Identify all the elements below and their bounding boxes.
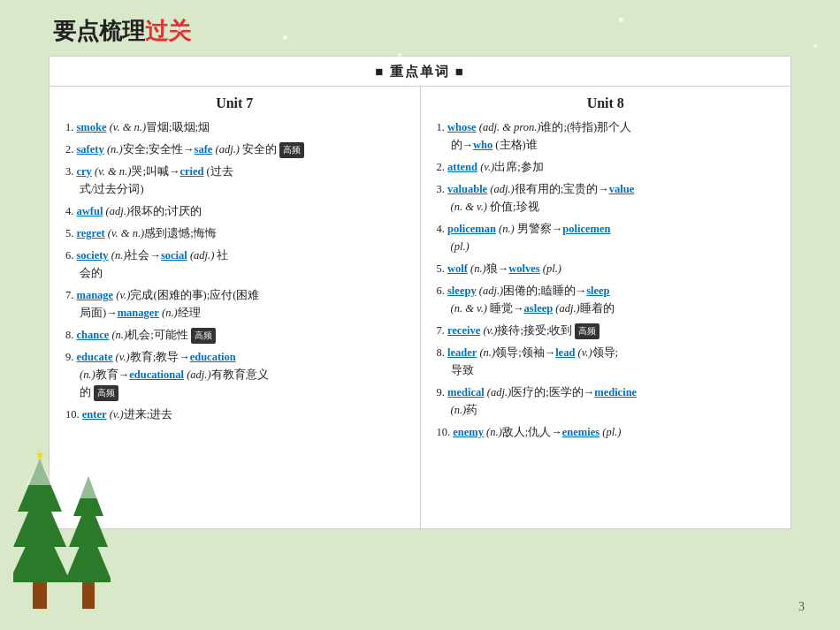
tree-decoration — [13, 450, 111, 621]
svg-marker-2 — [13, 516, 71, 582]
list-item: 6. society (n.)社会→social (adj.) 社 会的 — [65, 247, 404, 282]
list-item: 1. whose (adj. & pron.)谁的;(特指)那个人 的→who … — [437, 118, 775, 154]
list-item: 7. manage (v.)完成(困难的事);应付(困难 局面)→manager… — [65, 286, 404, 322]
list-item: 7. receive (v.)接待;接受;收到高频 — [437, 322, 775, 339]
card-body: Unit 7 1. smoke (v. & n.)冒烟;吸烟;烟 2. safe… — [50, 87, 790, 528]
list-item: 4. policeman (n.) 男警察→policemen (pl.) — [437, 220, 775, 255]
page-number: 3 — [798, 600, 805, 614]
list-item: 3. cry (v. & n.)哭;叫喊→cried (过去 式/过去分词) — [65, 163, 404, 198]
list-item: 10. enemy (n.)敌人;仇人→enemies (pl.) — [437, 423, 775, 441]
list-item: 8. chance (n.)机会;可能性高频 — [65, 326, 404, 344]
svg-marker-10 — [80, 476, 97, 498]
unit7-title: Unit 7 — [65, 95, 404, 111]
list-item: 5. wolf (n.)狼→wolves (pl.) — [437, 260, 775, 277]
list-item: 8. leader (n.)领导;领袖→lead (v.)领导; 导致 — [437, 344, 775, 379]
list-item: 9. educate (v.)教育;教导→education (n.)教育→ed… — [65, 348, 404, 401]
svg-marker-5 — [35, 450, 45, 459]
list-item: 2. attend (v.)出席;参加 — [437, 158, 775, 176]
svg-marker-8 — [65, 525, 111, 582]
unit8-title: Unit 8 — [437, 95, 775, 111]
page-header: 要点梳理 过关 — [0, 0, 840, 56]
header-title-red: 过关 — [145, 16, 191, 47]
unit8-column: Unit 8 1. whose (adj. & pron.)谁的;(特指)那个人… — [421, 87, 791, 528]
list-item: 9. medical (adj.)医疗的;医学的→medicine (n.)药 — [437, 383, 775, 419]
svg-rect-3 — [33, 582, 47, 609]
list-item: 2. safety (n.)安全;安全性→safe (adj.) 安全的高频 — [65, 140, 404, 158]
list-item: 4. awful (adj.)很坏的;讨厌的 — [65, 202, 404, 220]
svg-marker-4 — [27, 459, 53, 485]
list-item: 1. smoke (v. & n.)冒烟;吸烟;烟 — [65, 118, 404, 136]
card-section-title: ■ 重点单词 ■ — [50, 57, 790, 87]
svg-rect-9 — [82, 582, 95, 609]
list-item: 6. sleepy (adj.)困倦的;瞌睡的→sleep (n. & v.) … — [437, 282, 775, 317]
list-item: 10. enter (v.)进来;进去 — [65, 406, 404, 423]
header-title-black: 要点梳理 — [53, 16, 145, 47]
list-item: 5. regret (v. & n.)感到遗憾;悔悔 — [65, 224, 404, 242]
main-card: ■ 重点单词 ■ Unit 7 1. smoke (v. & n.)冒烟;吸烟;… — [49, 56, 791, 529]
list-item: 3. valuable (adj.)很有用的;宝贵的→value (n. & v… — [437, 180, 775, 216]
